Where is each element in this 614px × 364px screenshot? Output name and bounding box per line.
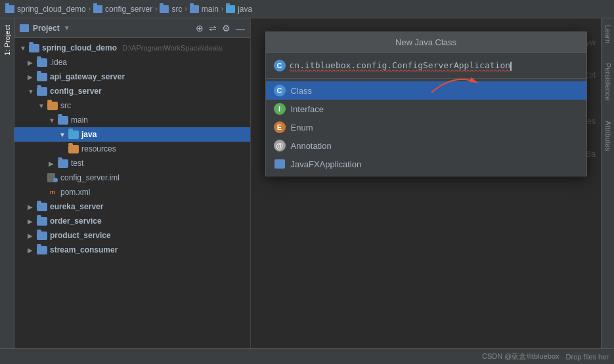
dialog-input-container[interactable]: cn.itbluebox.config.ConfigServerApplicat… [290, 60, 579, 71]
expand-java-icon: ▼ [59, 131, 66, 138]
breadcrumb-label-1: spring_cloud_demo [17, 5, 86, 14]
breadcrumb-folder-icon-3 [160, 5, 169, 13]
tree-item-main[interactable]: ▼ main [14, 113, 250, 127]
expand-config-icon: ▼ [28, 88, 34, 95]
breadcrumb-item-3[interactable]: src [171, 5, 182, 14]
expand-stream-icon: ▶ [28, 247, 34, 254]
api-label: api_gateway_server [50, 72, 125, 81]
status-drop-files: Drop files her [566, 353, 609, 361]
javafx-icon-inner [274, 159, 285, 169]
expand-root-icon: ▼ [20, 45, 26, 52]
project-tree: ▼ spring_cloud_demo D:\AProgramWorkSpace… [14, 38, 250, 348]
tree-item-idea[interactable]: ▶ .idea [14, 55, 250, 70]
javafx-label: JavaFXApplication [291, 159, 362, 169]
idea-label: .idea [50, 58, 67, 67]
expand-order-icon: ▶ [28, 218, 34, 225]
right-tab-persistence-label: Persistence [604, 63, 612, 100]
breadcrumb-sep-3: › [185, 5, 186, 12]
breadcrumb-sep-2: › [155, 5, 157, 12]
dialog-input-icon-label: C [277, 62, 282, 70]
breadcrumb-label-5: java [238, 5, 252, 14]
tree-item-resources[interactable]: resources [14, 142, 250, 156]
panel-folder-icon [20, 24, 29, 32]
tab-project-label: 1: Project [3, 25, 11, 55]
tree-item-java[interactable]: ▼ java [14, 127, 250, 142]
enum-icon-label: E [277, 123, 282, 131]
left-tabs: 1: Project [0, 18, 14, 348]
annotation-icon-label: @ [276, 142, 283, 150]
dialog-input-icon: C [274, 60, 286, 71]
tab-project[interactable]: 1: Project [1, 21, 13, 59]
right-tab-learn[interactable]: Learn [604, 25, 612, 43]
new-java-class-dialog: New Java Class C cn.itbluebox.config.Con… [265, 31, 587, 176]
cursor [510, 62, 512, 71]
content-area: veryw e Ctrl iles on Ba New Java Class C [251, 18, 601, 348]
tree-item-root[interactable]: ▼ spring_cloud_demo D:\AProgramWorkSpace… [14, 41, 250, 55]
product-label: product_service [50, 231, 111, 240]
dialog-list-item-annotation[interactable]: @ Annotation [266, 136, 586, 155]
dialog-input-value: cn.itbluebox.config.ConfigServerApplicat… [290, 60, 511, 70]
breadcrumb-item-5[interactable]: java [238, 5, 252, 14]
expand-idea-icon: ▶ [28, 59, 34, 66]
panel-icon-settings[interactable]: ⚙ [222, 23, 230, 33]
breadcrumb-item-1[interactable]: spring_cloud_demo [17, 5, 86, 14]
annotation-icon: @ [274, 140, 286, 152]
tree-item-config-server[interactable]: ▼ config_server [14, 84, 250, 98]
eureka-folder-icon [37, 203, 47, 211]
class-icon-label: C [277, 87, 282, 94]
tree-item-test[interactable]: ▶ test [14, 156, 250, 171]
main-label: main [71, 115, 88, 125]
breadcrumb-label-2: config_server [105, 5, 152, 14]
panel-icons: ⊕ ⇌ ⚙ — [196, 23, 245, 33]
tree-item-src[interactable]: ▼ src [14, 98, 250, 113]
dialog-list-item-enum[interactable]: E Enum [266, 118, 586, 136]
root-folder-icon [29, 44, 39, 52]
pom-label: pom.xml [60, 188, 90, 197]
stream-label: stream_consumer [50, 245, 118, 254]
tree-item-pom[interactable]: m pom.xml [14, 185, 250, 199]
dialog-list: C Class I Interface E [266, 79, 586, 176]
tree-item-order[interactable]: ▶ order_service [14, 214, 250, 228]
panel-icon-add[interactable]: ⊕ [196, 23, 204, 33]
tree-item-eureka[interactable]: ▶ eureka_server [14, 199, 250, 214]
pom-file-icon: m [47, 188, 58, 197]
panel-icon-sync[interactable]: ⇌ [209, 23, 217, 33]
iml-file-icon [47, 173, 58, 182]
dialog-input-text: cn.itbluebox.config.ConfigServerApplicat… [290, 60, 512, 70]
resources-folder-icon [68, 145, 79, 153]
tree-item-stream[interactable]: ▶ stream_consumer [14, 243, 250, 257]
panel-header: Project ▼ ⊕ ⇌ ⚙ — [14, 18, 250, 38]
resources-label: resources [81, 144, 116, 153]
tree-item-api-gateway[interactable]: ▶ api_gateway_server [14, 70, 250, 84]
breadcrumb-sep-4: › [221, 5, 223, 12]
dialog-input-row: C cn.itbluebox.config.ConfigServerApplic… [274, 60, 579, 71]
breadcrumb-folder-icon-5 [226, 5, 235, 13]
right-tab-persistence[interactable]: Persistence [604, 63, 612, 100]
dialog-list-item-interface[interactable]: I Interface [266, 100, 586, 118]
class-icon: C [274, 85, 286, 96]
panel-icon-minimize[interactable]: — [236, 23, 245, 33]
src-folder-icon [47, 102, 58, 110]
interface-icon: I [274, 103, 286, 115]
api-folder-icon [37, 73, 47, 81]
main-area: 1: Project Project ▼ ⊕ ⇌ ⚙ — ▼ spring_cl… [0, 18, 614, 348]
breadcrumb-item-4[interactable]: main [202, 5, 219, 14]
right-tab-attributes[interactable]: Attributes [604, 121, 612, 151]
breadcrumb-label-3: src [171, 5, 182, 14]
eureka-label: eureka_server [50, 202, 103, 211]
expand-api-icon: ▶ [28, 73, 34, 81]
tree-item-product[interactable]: ▶ product_service [14, 228, 250, 243]
tree-item-iml[interactable]: config_server.iml [14, 171, 250, 185]
right-tab-attributes-label: Attributes [604, 121, 612, 151]
product-folder-icon [37, 232, 47, 240]
root-path: D:\AProgramWorkSpace\idea\s [122, 44, 223, 52]
breadcrumb-item-2[interactable]: config_server [105, 5, 152, 14]
dialog-list-item-class[interactable]: C Class [266, 81, 586, 100]
dialog-list-item-javafx[interactable]: JavaFXApplication [266, 155, 586, 173]
breadcrumb-label-4: main [202, 5, 219, 14]
panel-arrow-icon[interactable]: ▼ [64, 24, 70, 31]
main-folder-icon [58, 116, 68, 125]
expand-test-icon: ▶ [49, 160, 55, 167]
java-folder-icon [68, 131, 79, 139]
status-csdn: CSDN @蓝盒#itbluebox [482, 352, 559, 361]
